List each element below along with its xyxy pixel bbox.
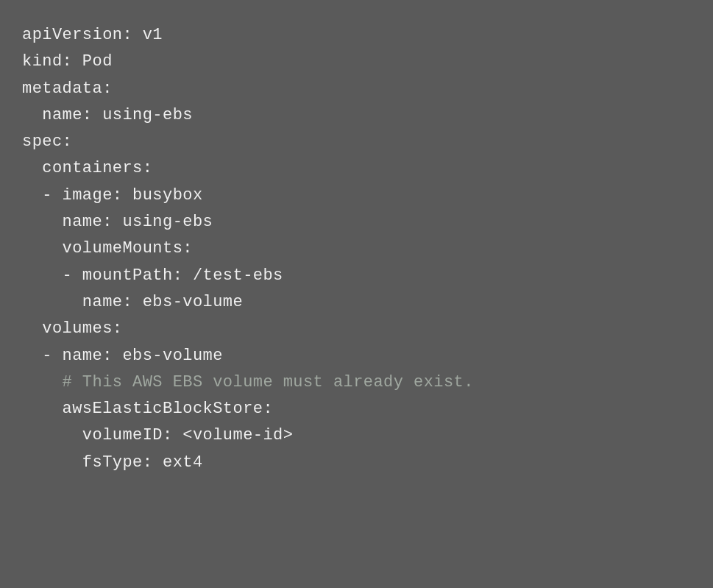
code-block: apiVersion: v1kind: Podmetadata: name: u… xyxy=(0,0,713,588)
line-15: awsElasticBlockStore: xyxy=(22,396,691,422)
line-6: containers: xyxy=(22,155,691,182)
line-8: name: using-ebs xyxy=(22,209,691,235)
line-2: kind: Pod xyxy=(22,49,691,75)
line-16: volumeID: <volume-id> xyxy=(22,422,691,449)
line-17: fsType: ext4 xyxy=(22,450,691,476)
line-10: - mountPath: /test-ebs xyxy=(22,263,691,289)
line-13: - name: ebs-volume xyxy=(22,343,691,369)
line-3: metadata: xyxy=(22,76,691,102)
line-11: name: ebs-volume xyxy=(22,289,691,316)
line-7: - image: busybox xyxy=(22,183,691,209)
line-14: # This AWS EBS volume must already exist… xyxy=(22,369,691,396)
line-1: apiVersion: v1 xyxy=(22,22,691,49)
line-12: volumes: xyxy=(22,316,691,342)
line-4: name: using-ebs xyxy=(22,102,691,129)
line-5: spec: xyxy=(22,129,691,155)
line-9: volumeMounts: xyxy=(22,235,691,262)
